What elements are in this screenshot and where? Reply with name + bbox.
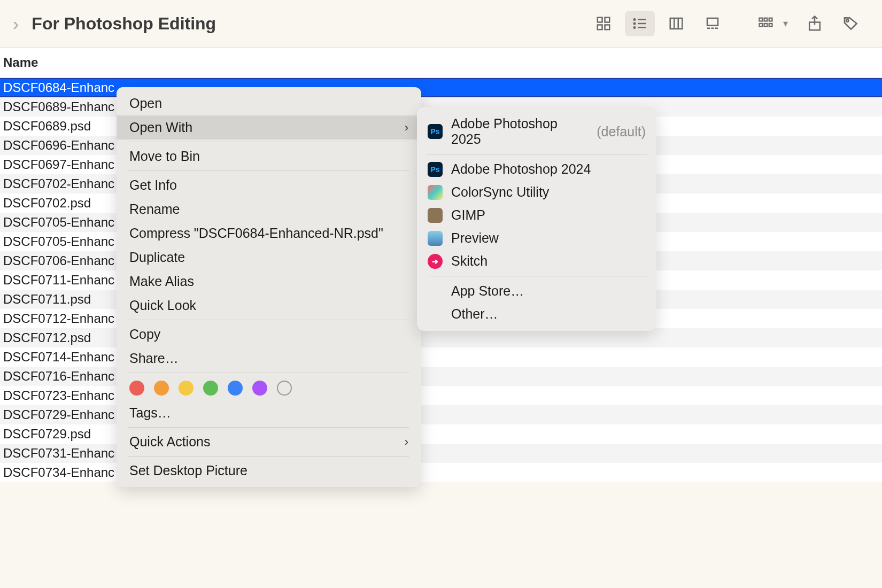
svg-rect-3 (605, 25, 610, 30)
svg-rect-0 (598, 18, 602, 22)
menu-make-alias[interactable]: Make Alias (117, 269, 421, 293)
menu-compress[interactable]: Compress "DSCF0684-Enhanced-NR.psd" (117, 221, 421, 245)
svg-point-4 (634, 19, 636, 20)
separator (427, 154, 647, 154)
tag-color-dot[interactable] (252, 381, 267, 396)
menu-get-info[interactable]: Get Info (117, 173, 421, 197)
menu-open[interactable]: Open (117, 91, 421, 115)
submenu-other[interactable]: Other… (417, 303, 656, 326)
svg-rect-2 (598, 25, 602, 30)
group-button[interactable] (751, 11, 781, 36)
forward-arrow-icon[interactable]: › (13, 13, 19, 34)
gallery-view-button[interactable] (698, 11, 728, 36)
submenu-app[interactable]: PsAdobe Photoshop 2025 (default) (417, 112, 656, 151)
tag-color-dot[interactable] (203, 381, 218, 396)
separator (128, 427, 409, 428)
svg-rect-10 (670, 18, 683, 29)
menu-copy[interactable]: Copy (117, 322, 421, 346)
ps-icon: Ps (428, 162, 443, 177)
ps-icon: Ps (428, 124, 443, 139)
menu-quick-actions[interactable]: Quick Actions› (117, 430, 421, 454)
svg-rect-20 (759, 24, 762, 27)
name-column-header: Name (3, 55, 38, 69)
separator (128, 373, 409, 373)
svg-rect-13 (707, 18, 718, 26)
svg-rect-22 (769, 24, 772, 27)
separator (128, 320, 409, 320)
tag-color-dot[interactable] (179, 381, 194, 396)
tag-color-dot[interactable] (154, 381, 169, 396)
toolbar: › For Photoshop Editing ▾ (0, 0, 882, 47)
svg-point-8 (634, 27, 636, 28)
gimp-icon (428, 208, 443, 223)
separator (427, 276, 647, 276)
svg-point-24 (846, 20, 848, 22)
chevron-down-icon[interactable]: ▾ (783, 18, 788, 29)
submenu-app[interactable]: ➜Skitch (417, 250, 656, 273)
list-view-button[interactable] (625, 11, 655, 36)
svg-rect-18 (764, 18, 768, 21)
chevron-right-icon: › (405, 121, 408, 135)
menu-open-with[interactable]: Open With› (117, 115, 421, 140)
context-menu: Open Open With› Move to Bin Get Info Ren… (117, 87, 421, 487)
menu-rename[interactable]: Rename (117, 197, 421, 221)
submenu-app[interactable]: PsAdobe Photoshop 2024 (417, 158, 656, 181)
icon-view-button[interactable] (589, 11, 618, 36)
open-with-submenu: PsAdobe Photoshop 2025 (default)PsAdobe … (417, 107, 656, 331)
submenu-app[interactable]: GIMP (417, 204, 656, 227)
cs-icon (428, 185, 443, 200)
prev-icon (428, 231, 443, 246)
tag-color-dot[interactable] (277, 381, 292, 396)
tag-color-dot[interactable] (228, 381, 243, 396)
svg-rect-17 (759, 18, 762, 21)
svg-point-6 (634, 23, 636, 25)
submenu-app[interactable]: Preview (417, 227, 656, 250)
separator (128, 171, 409, 171)
menu-duplicate[interactable]: Duplicate (117, 245, 421, 269)
svg-rect-21 (764, 24, 768, 27)
separator (128, 142, 409, 142)
tag-color-dot[interactable] (129, 381, 144, 396)
column-header[interactable]: Name (0, 47, 882, 78)
menu-share[interactable]: Share… (117, 346, 421, 370)
submenu-app-store[interactable]: App Store… (417, 280, 656, 303)
tags-button[interactable] (836, 11, 866, 36)
menu-move-to-bin[interactable]: Move to Bin (117, 144, 421, 168)
share-button[interactable] (800, 11, 830, 36)
submenu-app[interactable]: ColorSync Utility (417, 181, 656, 204)
column-view-button[interactable] (661, 11, 691, 36)
skitch-icon: ➜ (428, 254, 443, 269)
menu-set-desktop[interactable]: Set Desktop Picture (117, 459, 421, 483)
svg-rect-19 (769, 18, 772, 21)
chevron-right-icon: › (405, 435, 408, 449)
svg-rect-1 (605, 18, 610, 22)
folder-title: For Photoshop Editing (32, 14, 216, 34)
menu-tags[interactable]: Tags… (117, 401, 421, 425)
menu-quick-look[interactable]: Quick Look (117, 293, 421, 318)
tag-color-row (117, 375, 421, 401)
separator (128, 456, 409, 457)
